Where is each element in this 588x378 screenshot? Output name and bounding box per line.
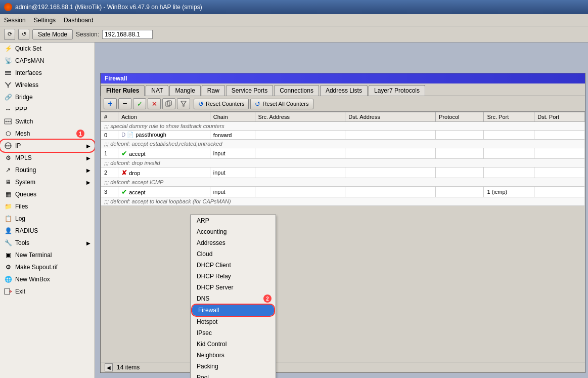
remove-rule-button[interactable]: − xyxy=(118,98,131,109)
ipsec-label: IPsec xyxy=(197,329,212,337)
table-row[interactable]: ;;; defconf: accept established,related,… xyxy=(101,140,585,148)
sidebar-label-capsman: CAPsMAN xyxy=(15,57,44,64)
scroll-left-button[interactable]: ◀ xyxy=(105,363,113,371)
sidebar-label-log: Log xyxy=(15,215,25,222)
sidebar-item-files[interactable]: 📁 Files xyxy=(0,200,95,213)
sidebar-item-bridge[interactable]: 🔗 Bridge xyxy=(0,91,95,103)
sidebar-item-mesh[interactable]: ⬡ Mesh 1 xyxy=(0,128,95,140)
sidebar-item-routing[interactable]: ↗ Routing ▶ xyxy=(0,164,95,176)
sidebar-label-new-winbox: New WinBox xyxy=(15,276,50,283)
tab-service-ports[interactable]: Service Ports xyxy=(226,85,273,96)
comment-text-5: ;;; defconf: accept to local loopback (f… xyxy=(101,197,585,206)
svg-point-11 xyxy=(10,145,11,147)
sidebar-item-system[interactable]: 🖥 System ▶ xyxy=(0,176,95,188)
table-row[interactable]: 2 ✘ drop input xyxy=(101,167,585,178)
new-terminal-icon: ▣ xyxy=(4,251,12,259)
sidebar-item-queues[interactable]: ▦ Queues xyxy=(0,188,95,200)
submenu-item-neighbors[interactable]: Neighbors xyxy=(191,350,276,361)
rule-num-2: 2 xyxy=(101,167,118,178)
table-row[interactable]: 3 ✔ accept input 1 (icmp) xyxy=(101,187,585,197)
sidebar-item-radius[interactable]: 👤 RADIUS xyxy=(0,225,95,237)
packing-label: Packing xyxy=(197,363,218,370)
routing-arrow: ▶ xyxy=(86,167,91,173)
enable-rule-button[interactable]: ✓ xyxy=(133,98,146,109)
firewall-label: Firewall xyxy=(198,307,219,314)
submenu-item-arp[interactable]: ARP xyxy=(191,215,276,226)
sidebar-label-bridge: Bridge xyxy=(15,94,33,101)
reset-all-counters-label: Reset All Counters xyxy=(262,101,308,107)
add-rule-button[interactable]: + xyxy=(104,98,117,109)
submenu-item-dhcp-relay[interactable]: DHCP Relay xyxy=(191,271,276,282)
table-row[interactable]: ;;; defconf: drop invalid xyxy=(101,159,585,167)
sidebar-item-log[interactable]: 📋 Log xyxy=(0,213,95,225)
tab-connections[interactable]: Connections xyxy=(274,85,319,96)
tab-address-lists[interactable]: Address Lists xyxy=(320,85,368,96)
tab-raw[interactable]: Raw xyxy=(202,85,225,96)
accounting-label: Accounting xyxy=(197,228,227,235)
menu-dashboard[interactable]: Dashboard xyxy=(64,17,94,24)
submenu-item-packing[interactable]: Packing xyxy=(191,361,276,372)
sidebar-item-make-supout[interactable]: ⚙ Make Supout.rif xyxy=(0,261,95,273)
svg-rect-13 xyxy=(166,102,170,106)
col-num: # xyxy=(101,112,118,122)
submenu-item-dhcp-server[interactable]: DHCP Server xyxy=(191,282,276,293)
submenu-item-ipsec[interactable]: IPsec xyxy=(191,327,276,339)
sidebar-item-mpls[interactable]: ⚙ MPLS ▶ xyxy=(0,152,95,164)
exit-icon xyxy=(4,287,12,296)
safe-mode-button[interactable]: Safe Mode xyxy=(32,29,73,39)
submenu-item-kid-control[interactable]: Kid Control xyxy=(191,339,276,350)
svg-point-5 xyxy=(6,121,7,122)
table-row[interactable]: ;;; defconf: accept ICMP xyxy=(101,178,585,187)
disable-rule-button[interactable]: ✕ xyxy=(148,98,161,109)
tab-mangle[interactable]: Mangle xyxy=(169,85,200,96)
sidebar-item-new-terminal[interactable]: ▣ New Terminal xyxy=(0,249,95,261)
submenu-item-cloud[interactable]: Cloud xyxy=(191,248,276,260)
firewall-title: Firewall xyxy=(101,73,585,83)
toolbar-home-btn[interactable]: ⟳ xyxy=(4,29,15,40)
col-src-port: Src. Port xyxy=(484,112,534,122)
sidebar-item-new-winbox[interactable]: 🌐 New WinBox xyxy=(0,273,95,285)
menu-settings[interactable]: Settings xyxy=(34,17,56,24)
toolbar-back-btn[interactable]: ↺ xyxy=(18,29,29,40)
session-input[interactable] xyxy=(102,30,153,39)
table-row[interactable]: ;;; defconf: accept to local loopback (f… xyxy=(101,197,585,206)
submenu-item-firewall[interactable]: Firewall xyxy=(192,305,274,316)
copy-rule-button[interactable] xyxy=(162,98,175,109)
sidebar-item-capsman[interactable]: 📡 CAPsMAN xyxy=(0,55,95,67)
rule-action-3: ✔ accept xyxy=(118,187,210,197)
submenu-item-hotspot[interactable]: Hotspot xyxy=(191,316,276,327)
queues-icon: ▦ xyxy=(4,190,12,198)
tab-layer7[interactable]: Layer7 Protocols xyxy=(369,85,425,96)
sidebar-label-system: System xyxy=(15,179,35,186)
main-layout: ⚡ Quick Set 📡 CAPsMAN Interfaces Wireles… xyxy=(0,43,588,378)
sidebar-item-tools[interactable]: 🔧 Tools ▶ xyxy=(0,237,95,249)
toolbar: ⟳ ↺ Safe Mode Session: xyxy=(0,26,588,43)
cloud-label: Cloud xyxy=(197,250,212,258)
tab-nat[interactable]: NAT xyxy=(146,85,168,96)
table-row[interactable]: 1 ✔ accept input xyxy=(101,148,585,159)
routing-icon: ↗ xyxy=(4,166,12,174)
filter-button[interactable] xyxy=(177,98,190,109)
sidebar-item-quick-set[interactable]: ⚡ Quick Set xyxy=(0,43,95,55)
sidebar-item-switch[interactable]: Switch xyxy=(0,115,95,128)
sidebar-item-interfaces[interactable]: Interfaces xyxy=(0,67,95,79)
submenu-item-accounting[interactable]: Accounting xyxy=(191,226,276,237)
submenu-item-dhcp-client[interactable]: DHCP Client xyxy=(191,260,276,271)
sidebar-item-ip[interactable]: IP ▶ xyxy=(0,140,95,152)
sidebar-item-exit[interactable]: Exit xyxy=(0,285,95,298)
firewall-table: # Action Chain Src. Address Dst. Address… xyxy=(101,112,585,206)
submenu-item-addresses[interactable]: Addresses xyxy=(191,237,276,248)
submenu-item-dns[interactable]: DNS 2 xyxy=(191,293,276,304)
svg-rect-0 xyxy=(5,71,11,72)
tab-filter-rules[interactable]: Filter Rules xyxy=(101,85,145,96)
table-row[interactable]: 0 D 📄 passthrough forward xyxy=(101,131,585,140)
reset-counters-button[interactable]: ↺ Reset Counters xyxy=(194,99,249,109)
table-row[interactable]: ;;; special dummy rule to show fasttrack… xyxy=(101,122,585,131)
sidebar-item-wireless[interactable]: Wireless xyxy=(0,79,95,91)
submenu-item-pool[interactable]: Pool xyxy=(191,372,276,378)
menu-session[interactable]: Session xyxy=(4,17,26,24)
arp-label: ARP xyxy=(197,217,209,224)
reset-all-counters-button[interactable]: ↺ Reset All Counters xyxy=(250,99,313,109)
sidebar-item-ppp[interactable]: ↔ PPP xyxy=(0,103,95,115)
system-icon: 🖥 xyxy=(4,178,12,186)
